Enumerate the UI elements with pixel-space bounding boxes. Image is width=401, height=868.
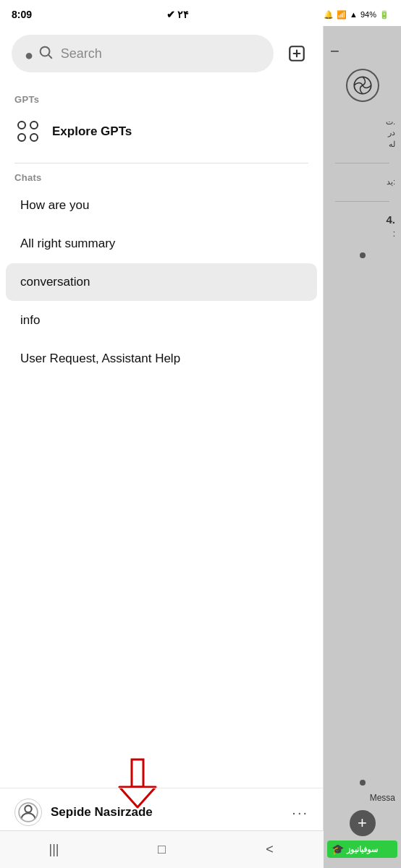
search-area: ● Search xyxy=(0,26,323,84)
right-top-bar: ⎯ xyxy=(324,33,401,57)
bullet-dot xyxy=(360,252,366,258)
gpts-label: GPTs xyxy=(0,88,323,108)
chat-item-3[interactable]: conversation xyxy=(6,263,317,301)
status-right: 🔔 📶 ▲ 94% 🔋 xyxy=(324,10,389,20)
search-placeholder: Search xyxy=(61,46,102,61)
explore-gpts-icon xyxy=(14,118,42,145)
right-number: 4. : xyxy=(324,212,401,241)
sidebar: ● Search GPTs xyxy=(0,26,324,868)
chat-item-4[interactable]: info xyxy=(6,302,317,339)
signal-icon: ▲ xyxy=(350,10,358,19)
more-options-icon[interactable]: ··· xyxy=(292,804,308,821)
bullet-dot-2 xyxy=(360,780,366,786)
chat-item-5[interactable]: User Request, Assistant Help xyxy=(6,340,317,378)
svg-rect-3 xyxy=(132,760,143,787)
battery-icon: 🔋 xyxy=(379,10,389,20)
chat-item-2[interactable]: All right summary xyxy=(6,225,317,263)
alarm-icon: 🔔 xyxy=(324,10,334,20)
chat-item-1[interactable]: How are you xyxy=(6,187,317,224)
svg-point-5 xyxy=(25,806,31,812)
chats-label: Chats xyxy=(0,166,323,186)
user-name: Sepide Nasirzade xyxy=(51,805,283,820)
plus-button[interactable]: + xyxy=(350,810,376,836)
circle-bl xyxy=(17,133,26,142)
openai-logo xyxy=(346,69,379,102)
right-divider-2 xyxy=(335,201,389,202)
main-layout: ● Search GPTs xyxy=(0,26,401,868)
circle-br xyxy=(30,133,38,142)
right-divider-1 xyxy=(335,163,389,163)
section-divider xyxy=(14,163,308,163)
user-avatar xyxy=(14,799,42,826)
status-bar: 8:09 ✔ ۲۴ 🔔 📶 ▲ 94% 🔋 xyxy=(0,0,401,26)
circle-tl xyxy=(17,121,26,129)
right-text-1: .ت در له xyxy=(324,114,401,153)
status-icons: ✔ ۲۴ xyxy=(166,9,190,20)
nav-back-button[interactable]: < xyxy=(248,835,292,864)
chats-section: Chats How are you All right summary conv… xyxy=(0,166,323,788)
explore-gpts-label: Explore GPTs xyxy=(52,124,132,139)
messa-text: Messa xyxy=(324,790,401,806)
mortarboard-icon: 🎓 xyxy=(332,843,344,855)
right-panel: ⎯ .ت در له :ید 4. : Messa xyxy=(324,26,401,868)
hamburger-icon[interactable]: ⎯ xyxy=(331,38,339,53)
search-icon: ● xyxy=(25,44,54,64)
svg-line-1 xyxy=(48,55,51,58)
gpts-section: GPTs Explore GPTs xyxy=(0,84,323,160)
right-bottom-area: Messa + 🎓 سوفیانیوز xyxy=(324,775,401,861)
nav-home-button[interactable]: □ xyxy=(140,835,184,864)
nav-bars-button[interactable]: ||| xyxy=(33,835,76,864)
wifi-icon: 📶 xyxy=(337,10,347,20)
status-time: 8:09 xyxy=(12,9,32,20)
right-text-2: :ید xyxy=(324,174,401,190)
edit-icon[interactable] xyxy=(282,39,311,68)
explore-gpts-item[interactable]: Explore GPTs xyxy=(0,108,323,156)
battery-text: 94% xyxy=(360,10,376,19)
circle-tr xyxy=(30,121,38,129)
nav-bar: ||| □ < xyxy=(0,830,324,868)
sofianews-badge: 🎓 سوفیانیوز xyxy=(327,841,397,858)
search-bar[interactable]: ● Search xyxy=(12,35,274,72)
